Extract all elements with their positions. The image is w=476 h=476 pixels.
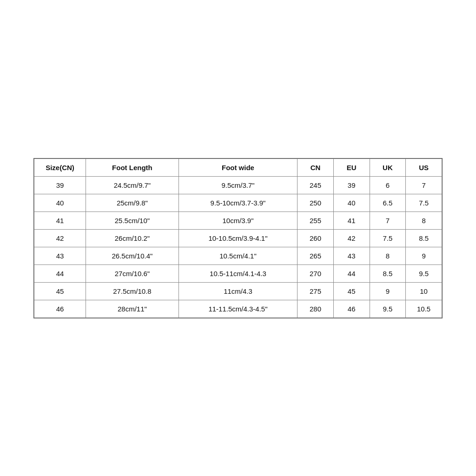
cell-eu-5: 44	[333, 264, 370, 282]
cell-foot_length-7: 28cm/11"	[86, 300, 179, 317]
cell-uk-2: 7	[370, 212, 406, 229]
cell-size_cn-1: 40	[34, 194, 86, 212]
cell-us-6: 10	[406, 282, 442, 300]
cell-eu-3: 42	[333, 229, 370, 247]
cell-cn-2: 255	[298, 212, 334, 229]
table-row: 4628cm/11"11-11.5cm/4.3-4.5"280469.510.5	[34, 300, 442, 317]
cell-eu-6: 45	[333, 282, 370, 300]
table-row: 4427cm/10.6"10.5-11cm/4.1-4.3270448.59.5	[34, 264, 442, 282]
header-cn: CN	[298, 159, 334, 176]
header-foot-length: Foot Length	[86, 159, 179, 176]
cell-foot_wide-7: 11-11.5cm/4.3-4.5"	[178, 300, 297, 317]
cell-foot_wide-0: 9.5cm/3.7"	[178, 176, 297, 194]
cell-size_cn-6: 45	[34, 282, 86, 300]
cell-cn-7: 280	[298, 300, 334, 317]
cell-uk-1: 6.5	[370, 194, 406, 212]
table-row: 3924.5cm/9.7"9.5cm/3.7"2453967	[34, 176, 442, 194]
cell-eu-7: 46	[333, 300, 370, 317]
cell-cn-0: 245	[298, 176, 334, 194]
table-header-row: Size(CN) Foot Length Foot wide CN EU UK …	[34, 159, 442, 176]
cell-us-7: 10.5	[406, 300, 442, 317]
header-size-cn: Size(CN)	[34, 159, 86, 176]
cell-foot_length-6: 27.5cm/10.8	[86, 282, 179, 300]
cell-size_cn-4: 43	[34, 247, 86, 264]
header-us: US	[406, 159, 442, 176]
cell-eu-1: 40	[333, 194, 370, 212]
cell-uk-5: 8.5	[370, 264, 406, 282]
header-eu: EU	[333, 159, 370, 176]
cell-foot_length-5: 27cm/10.6"	[86, 264, 179, 282]
cell-foot_wide-5: 10.5-11cm/4.1-4.3	[178, 264, 297, 282]
cell-size_cn-3: 42	[34, 229, 86, 247]
cell-us-0: 7	[406, 176, 442, 194]
cell-us-3: 8.5	[406, 229, 442, 247]
size-chart-container: Size(CN) Foot Length Foot wide CN EU UK …	[33, 158, 443, 318]
cell-size_cn-5: 44	[34, 264, 86, 282]
table-row: 4125.5cm/10"10cm/3.9"2554178	[34, 212, 442, 229]
table-row: 4226cm/10.2"10-10.5cm/3.9-4.1"260427.58.…	[34, 229, 442, 247]
cell-foot_length-1: 25cm/9.8"	[86, 194, 179, 212]
cell-uk-7: 9.5	[370, 300, 406, 317]
cell-cn-4: 265	[298, 247, 334, 264]
cell-cn-6: 275	[298, 282, 334, 300]
cell-us-5: 9.5	[406, 264, 442, 282]
table-row: 4025cm/9.8"9.5-10cm/3.7-3.9"250406.57.5	[34, 194, 442, 212]
cell-foot_length-4: 26.5cm/10.4"	[86, 247, 179, 264]
cell-foot_wide-6: 11cm/4.3	[178, 282, 297, 300]
cell-uk-6: 9	[370, 282, 406, 300]
cell-foot_wide-1: 9.5-10cm/3.7-3.9"	[178, 194, 297, 212]
cell-us-4: 9	[406, 247, 442, 264]
cell-foot_wide-3: 10-10.5cm/3.9-4.1"	[178, 229, 297, 247]
cell-cn-3: 260	[298, 229, 334, 247]
cell-cn-1: 250	[298, 194, 334, 212]
table-row: 4527.5cm/10.811cm/4.327545910	[34, 282, 442, 300]
cell-eu-2: 41	[333, 212, 370, 229]
cell-us-1: 7.5	[406, 194, 442, 212]
cell-foot_length-2: 25.5cm/10"	[86, 212, 179, 229]
table-row: 4326.5cm/10.4"10.5cm/4.1"2654389	[34, 247, 442, 264]
cell-us-2: 8	[406, 212, 442, 229]
cell-foot_length-0: 24.5cm/9.7"	[86, 176, 179, 194]
size-chart-table: Size(CN) Foot Length Foot wide CN EU UK …	[34, 159, 442, 318]
cell-foot_wide-2: 10cm/3.9"	[178, 212, 297, 229]
cell-uk-0: 6	[370, 176, 406, 194]
cell-uk-3: 7.5	[370, 229, 406, 247]
header-uk: UK	[370, 159, 406, 176]
cell-foot_wide-4: 10.5cm/4.1"	[178, 247, 297, 264]
cell-foot_length-3: 26cm/10.2"	[86, 229, 179, 247]
cell-eu-0: 39	[333, 176, 370, 194]
cell-size_cn-2: 41	[34, 212, 86, 229]
cell-cn-5: 270	[298, 264, 334, 282]
cell-uk-4: 8	[370, 247, 406, 264]
cell-size_cn-0: 39	[34, 176, 86, 194]
cell-eu-4: 43	[333, 247, 370, 264]
header-foot-wide: Foot wide	[178, 159, 297, 176]
cell-size_cn-7: 46	[34, 300, 86, 317]
